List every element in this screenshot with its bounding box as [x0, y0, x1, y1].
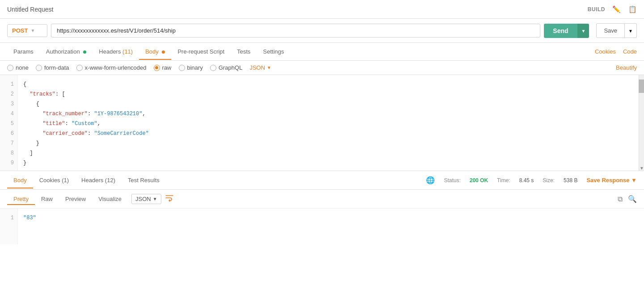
resp-tab-headers[interactable]: Headers (12) [75, 172, 122, 188]
resp-format-right: ⧉ 🔍 [618, 195, 637, 203]
tab-tests[interactable]: Tests [231, 44, 257, 59]
tab-headers[interactable]: Headers (11) [93, 44, 139, 59]
status-label: Status: [444, 177, 460, 184]
line-num-8: 8 [4, 148, 14, 158]
tabs-right: Cookies Code [595, 48, 637, 55]
search-response-icon[interactable]: 🔍 [628, 195, 637, 203]
cookies-link[interactable]: Cookies [595, 48, 616, 55]
method-value: POST [12, 27, 28, 34]
method-select[interactable]: POST ▼ [7, 24, 47, 37]
resp-json-format-select[interactable]: JSON ▼ [131, 194, 161, 204]
url-input[interactable] [51, 24, 540, 38]
resp-tab-cookies[interactable]: Cookies (1) [33, 172, 75, 188]
line-num-6: 6 [4, 129, 14, 138]
tab-params-label: Params [13, 48, 34, 55]
globe-icon: 🌐 [426, 176, 435, 184]
body-type-form-data[interactable]: form-data [36, 64, 69, 71]
beautify-button[interactable]: Beautify [616, 64, 637, 71]
body-type-urlencoded[interactable]: x-www-form-urlencoded [76, 64, 147, 71]
send-chevron-icon: ▼ [581, 29, 586, 33]
response-status-bar: 🌐 Status: 200 OK Time: 8.45 s Size: 538 … [426, 176, 637, 184]
body-type-graphql[interactable]: GraphQL [210, 64, 242, 71]
resp-json-chevron-icon: ▼ [153, 197, 157, 201]
line-num-9: 9 [4, 158, 14, 168]
scrollbar[interactable]: ▼ [639, 75, 644, 171]
resp-tab-test-results[interactable]: Test Results [122, 172, 166, 188]
body-dot [162, 50, 165, 54]
save-chevron-icon: ▼ [628, 29, 633, 33]
resp-format-visualize[interactable]: Visualize [92, 193, 128, 205]
resp-format-preview-label: Preview [65, 196, 86, 202]
response-tabs: Body Cookies (1) Headers (12) Test Resul… [0, 171, 644, 190]
radio-form-data [36, 65, 42, 71]
resp-tab-cookies-label: Cookies (1) [39, 177, 69, 184]
label-none: none [16, 64, 29, 71]
code-content[interactable]: { "tracks": [ { "track_number": "1Y-9876… [18, 75, 639, 171]
code-editor: 1 2 3 4 5 6 7 8 9 { "tracks": [ { "track… [0, 75, 644, 171]
resp-format-pretty[interactable]: Pretty [7, 193, 35, 205]
method-chevron-icon: ▼ [30, 28, 35, 33]
request-tabs: Params Authorization Headers (11) Body P… [0, 43, 644, 61]
tab-params[interactable]: Params [7, 44, 40, 59]
label-form-data: form-data [44, 64, 69, 71]
resp-line-numbers: 1 [0, 209, 18, 244]
label-raw: raw [162, 64, 172, 71]
code-link[interactable]: Code [623, 48, 637, 55]
body-type-none[interactable]: none [7, 64, 29, 71]
line-num-7: 7 [4, 138, 14, 148]
tab-body[interactable]: Body [139, 44, 171, 59]
status-value: 200 OK [470, 177, 488, 184]
top-bar-actions: BUILD ✏️ 📋 [588, 5, 637, 13]
build-label: BUILD [588, 6, 605, 13]
tab-settings[interactable]: Settings [257, 44, 290, 59]
resp-tab-body-label: Body [13, 177, 27, 184]
format-json-select[interactable]: JSON ▼ [249, 64, 271, 71]
time-label: Time: [497, 177, 510, 184]
line-num-4: 4 [4, 109, 14, 119]
body-type-raw[interactable]: raw [154, 64, 172, 71]
time-value: 8.45 s [519, 177, 534, 184]
save-button[interactable]: Save [596, 23, 625, 38]
format-json-label: JSON [249, 64, 265, 71]
size-label: Size: [543, 177, 555, 184]
response-code-area: 1 "83" [0, 209, 644, 244]
tab-authorization[interactable]: Authorization [40, 44, 93, 59]
resp-code-value: "83" [23, 215, 36, 221]
radio-none [7, 65, 13, 71]
scrollbar-bottom-arrow: ▼ [639, 166, 644, 171]
word-wrap-button[interactable] [165, 193, 174, 205]
tab-tests-label: Tests [237, 48, 250, 55]
resp-format-pretty-label: Pretty [13, 196, 29, 202]
tab-pre-request-label: Pre-request Script [177, 48, 224, 55]
authorization-dot [83, 50, 86, 54]
radio-binary [179, 65, 185, 71]
tab-authorization-label: Authorization [46, 48, 80, 55]
url-bar: POST ▼ Send ▼ Save ▼ [0, 19, 644, 43]
request-title: Untitled Request [7, 6, 54, 13]
format-chevron-icon: ▼ [267, 65, 271, 70]
tab-pre-request[interactable]: Pre-request Script [171, 44, 231, 59]
send-dropdown-button[interactable]: ▼ [577, 24, 589, 38]
resp-tab-test-results-label: Test Results [128, 177, 160, 184]
copy-icon[interactable]: 📋 [628, 5, 637, 13]
resp-format-raw-label: Raw [41, 196, 53, 202]
top-bar: Untitled Request BUILD ✏️ 📋 [0, 0, 644, 19]
save-response-button[interactable]: Save Response ▼ [586, 177, 637, 184]
scrollbar-thumb [639, 79, 644, 93]
resp-tab-body[interactable]: Body [7, 172, 33, 188]
resp-format-raw[interactable]: Raw [35, 193, 59, 205]
pencil-icon[interactable]: ✏️ [612, 5, 621, 13]
tab-headers-count: (11) [122, 48, 133, 55]
label-binary: binary [187, 64, 203, 71]
body-type-binary[interactable]: binary [179, 64, 203, 71]
line-num-3: 3 [4, 99, 14, 109]
label-urlencoded: x-www-form-urlencoded [85, 64, 147, 71]
save-dropdown-button[interactable]: ▼ [625, 23, 637, 38]
line-num-2: 2 [4, 89, 14, 99]
resp-format-preview[interactable]: Preview [59, 193, 92, 205]
send-button-group: Send ▼ [544, 24, 589, 38]
send-button[interactable]: Send [544, 24, 577, 38]
copy-response-icon[interactable]: ⧉ [618, 195, 623, 203]
line-numbers: 1 2 3 4 5 6 7 8 9 [0, 75, 18, 171]
label-graphql: GraphQL [219, 64, 242, 71]
